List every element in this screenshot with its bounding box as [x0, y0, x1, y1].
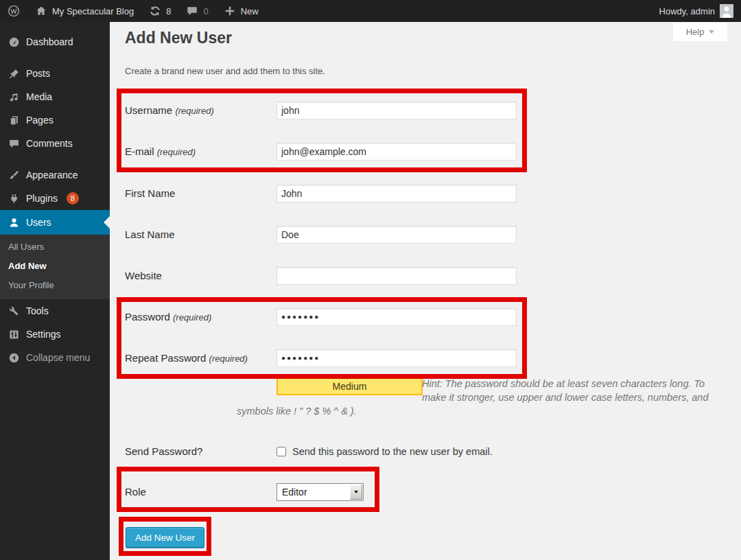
send-password-checkbox[interactable]: [277, 447, 286, 456]
avatar: [720, 4, 733, 18]
sliders-icon: [8, 329, 20, 340]
username-input[interactable]: [277, 102, 517, 119]
form-row-first-name: First Name: [125, 184, 517, 202]
page-description: Create a brand new user and add them to …: [125, 66, 325, 76]
sidebar-item-settings[interactable]: Settings: [0, 323, 110, 346]
admin-bar-right: Howdy, admin: [652, 0, 741, 22]
email-label: E-mail (required): [125, 145, 277, 157]
form-row-role: Role Editor: [125, 482, 364, 501]
role-label: Role: [125, 486, 277, 498]
main-content: Add New User Help Create a brand new use…: [110, 22, 741, 560]
first-name-input[interactable]: [277, 185, 517, 202]
website-label: Website: [125, 270, 277, 281]
sidebar-item-label: Posts: [26, 68, 50, 79]
caret-down-icon: [354, 491, 358, 493]
admin-bar-account[interactable]: Howdy, admin: [652, 0, 741, 22]
sidebar-item-label: Media: [26, 91, 52, 102]
form-row-last-name: Last Name: [125, 225, 517, 244]
sidebar-item-pages[interactable]: Pages: [0, 108, 110, 132]
sidebar-item-plugins[interactable]: Plugins8: [0, 187, 110, 210]
form-row-website: Website: [125, 266, 517, 285]
admin-bar-item-label: 8: [166, 6, 171, 16]
sidebar-item-label: Dashboard: [26, 36, 73, 47]
add-new-user-button[interactable]: Add New User: [126, 527, 204, 548]
sidebar-item-appearance[interactable]: Appearance: [0, 163, 110, 187]
menu-separator: [0, 54, 110, 62]
admin-bar-left: My Spectacular Blog80New: [0, 0, 266, 22]
admin-bar: My Spectacular Blog80New Howdy, admin: [0, 0, 741, 22]
sidebar-item-label: Settings: [26, 329, 61, 340]
howdy-greeting: Howdy, admin: [659, 6, 715, 16]
sidebar-item-collapse[interactable]: Collapse menu: [0, 346, 110, 369]
sidebar-item-dashboard[interactable]: Dashboard: [0, 30, 110, 54]
repeat-password-label: Repeat Password (required): [125, 352, 277, 364]
submenu-item-add-new[interactable]: Add New: [0, 257, 110, 276]
form-row-send-password: Send Password? Send this password to the…: [125, 442, 493, 460]
last-name-input[interactable]: [277, 226, 517, 244]
sidebar-item-label: Users: [26, 217, 51, 228]
sidebar-item-users[interactable]: Users: [0, 210, 110, 235]
admin-bar-item-wp-logo[interactable]: [0, 0, 27, 22]
home-icon: [35, 5, 47, 17]
send-password-checkbox-label: Send this password to the new user by em…: [292, 446, 493, 457]
sidebar-menu: DashboardPostsMediaPagesCommentsAppearan…: [0, 22, 110, 369]
menu-separator: [0, 155, 110, 163]
wrench-icon: [8, 305, 20, 317]
submenu-item-all-users[interactable]: All Users: [0, 237, 110, 257]
email-input[interactable]: [277, 143, 517, 161]
password-hint-text: Hint: The password should be at least se…: [422, 377, 718, 404]
sidebar-item-label: Pages: [26, 115, 54, 126]
plus-icon: [224, 5, 236, 17]
help-button-label: Help: [686, 27, 705, 37]
repeat-password-input[interactable]: [277, 349, 517, 367]
pushpin-icon: [8, 68, 20, 80]
submenu-item-your-profile[interactable]: Your Profile: [0, 276, 110, 295]
username-label: Username (required): [125, 104, 277, 116]
admin-bar-item-comments[interactable]: 0: [178, 0, 215, 22]
password-hint-text-wrap: symbols like ! " ? $ % ^ & ).: [237, 406, 357, 417]
wordpress-icon: [8, 5, 20, 17]
update-count-badge: 8: [67, 192, 79, 205]
sidebar-item-label: Appearance: [26, 170, 78, 180]
sidebar-item-tools[interactable]: Tools: [0, 299, 110, 323]
gauge-icon: [8, 36, 20, 48]
admin-bar-item-updates[interactable]: 8: [141, 0, 178, 22]
password-strength-meter: Medium: [277, 377, 423, 395]
refresh-icon: [149, 5, 161, 17]
page-title: Add New User: [125, 29, 232, 47]
form-row-email: E-mail (required): [125, 142, 517, 161]
first-name-label: First Name: [125, 187, 277, 199]
form-row-username: Username (required): [125, 101, 517, 119]
pages-icon: [8, 115, 20, 126]
password-label: Password (required): [125, 311, 277, 323]
dropdown-arrow-button[interactable]: [350, 485, 362, 500]
plug-icon: [8, 193, 20, 205]
media-icon: [8, 91, 20, 103]
user-icon: [8, 217, 20, 229]
role-select[interactable]: Editor: [277, 483, 364, 501]
comment-icon: [8, 138, 20, 150]
website-input[interactable]: [277, 267, 517, 285]
admin-bar-item-new-content[interactable]: New: [216, 0, 266, 22]
sidebar-item-media[interactable]: Media: [0, 85, 110, 108]
brush-icon: [8, 170, 20, 181]
sidebar-item-label: Tools: [26, 305, 49, 316]
comment-icon: [186, 5, 198, 17]
sidebar-item-label: Collapse menu: [26, 352, 90, 363]
sidebar-item-comments[interactable]: Comments: [0, 132, 110, 155]
sidebar: DashboardPostsMediaPagesCommentsAppearan…: [0, 22, 110, 560]
collapse-icon: [8, 352, 20, 364]
admin-bar-item-site-name[interactable]: My Spectacular Blog: [27, 0, 141, 22]
last-name-label: Last Name: [125, 229, 277, 240]
chevron-down-icon: [709, 30, 714, 34]
admin-bar-item-label: 0: [203, 6, 208, 16]
sidebar-item-label: Plugins: [26, 193, 58, 204]
role-selected-value: Editor: [282, 487, 307, 498]
admin-bar-item-label: My Spectacular Blog: [52, 6, 134, 16]
form-row-password: Password (required): [125, 307, 517, 326]
password-input[interactable]: [277, 308, 517, 326]
sidebar-item-posts[interactable]: Posts: [0, 62, 110, 85]
send-password-label: Send Password?: [125, 445, 277, 457]
help-button[interactable]: Help: [673, 23, 727, 41]
admin-bar-item-label: New: [241, 6, 259, 16]
